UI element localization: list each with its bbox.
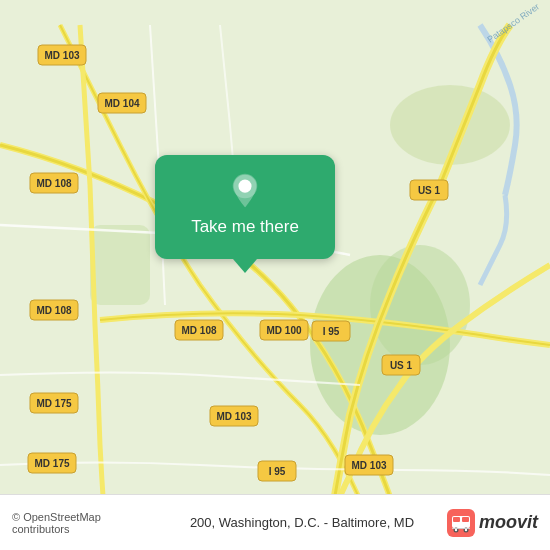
svg-rect-3 [90, 225, 150, 305]
svg-text:MD 104: MD 104 [104, 98, 139, 109]
take-me-there-button[interactable]: Take me there [155, 155, 335, 259]
svg-point-46 [465, 528, 467, 530]
svg-text:US 1: US 1 [418, 185, 441, 196]
svg-text:MD 103: MD 103 [351, 460, 386, 471]
copyright-text: © OpenStreetMap contributors [12, 511, 157, 535]
svg-point-44 [455, 528, 457, 530]
svg-rect-41 [453, 517, 460, 522]
svg-text:MD 175: MD 175 [34, 458, 69, 469]
svg-point-38 [240, 181, 250, 191]
svg-rect-47 [452, 528, 470, 529]
svg-rect-42 [462, 517, 469, 522]
svg-text:MD 108: MD 108 [36, 305, 71, 316]
svg-text:MD 175: MD 175 [36, 398, 71, 409]
map-background: MD 103 MD 104 MD 108 MD MD 108 MD 108 MD… [0, 0, 550, 550]
map-container: MD 103 MD 104 MD 108 MD MD 108 MD 108 MD… [0, 0, 550, 550]
svg-text:US 1: US 1 [390, 360, 413, 371]
moovit-bus-icon [447, 509, 475, 537]
moovit-logo: moovit [447, 509, 538, 537]
bottom-bar: © OpenStreetMap contributors 200, Washin… [0, 494, 550, 550]
svg-text:I 95: I 95 [323, 326, 340, 337]
svg-text:MD 103: MD 103 [216, 411, 251, 422]
svg-text:MD 103: MD 103 [44, 50, 79, 61]
svg-text:MD 108: MD 108 [36, 178, 71, 189]
svg-text:MD 108: MD 108 [181, 325, 216, 336]
moovit-brand-text: moovit [479, 512, 538, 533]
take-me-there-container[interactable]: Take me there [155, 155, 335, 273]
take-me-there-label: Take me there [191, 217, 299, 237]
bubble-arrow [233, 259, 257, 273]
location-pin-icon [227, 173, 263, 209]
location-label: 200, Washington, D.C. - Baltimore, MD [157, 515, 447, 530]
svg-text:MD 100: MD 100 [266, 325, 301, 336]
svg-text:I 95: I 95 [269, 466, 286, 477]
